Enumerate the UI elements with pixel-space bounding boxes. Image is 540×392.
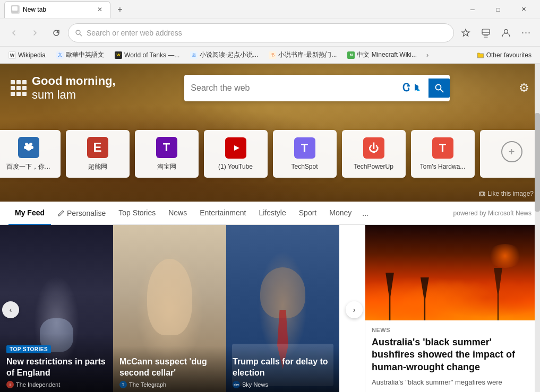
tab-entertainment[interactable]: Entertainment bbox=[193, 202, 252, 225]
forward-button[interactable] bbox=[25, 23, 45, 42]
bookmarks-bar: W Wikipedia 文 歐華中英語文 W World of Tanks —.… bbox=[0, 47, 540, 64]
personalise-tab[interactable]: Personalise bbox=[51, 202, 112, 225]
collections-button[interactable] bbox=[476, 23, 495, 42]
active-tab[interactable]: New tab ✕ bbox=[4, 1, 110, 18]
bookmark-qidian[interactable]: 起 小说阅读-起点小说... bbox=[186, 49, 262, 60]
bing-logo: Ꮳ bbox=[402, 82, 425, 94]
svg-point-16 bbox=[481, 192, 484, 195]
nav-icons: ··· bbox=[456, 23, 536, 42]
bookmark-ouhua[interactable]: 文 歐華中英語文 bbox=[52, 49, 108, 60]
settings-button[interactable]: ⚙ bbox=[519, 81, 529, 95]
news-grid: ‹ TOP STORIES New restrictions in p bbox=[0, 225, 540, 392]
more-button[interactable]: ··· bbox=[517, 23, 536, 42]
svg-point-11 bbox=[29, 143, 32, 146]
account-button[interactable] bbox=[496, 23, 516, 42]
svg-point-10 bbox=[25, 143, 28, 146]
svg-rect-6 bbox=[477, 54, 484, 58]
news-overlay-3: Trump calls for delay to election sky Sk… bbox=[226, 346, 339, 392]
scrollbar[interactable] bbox=[535, 64, 540, 392]
tab-label: New tab bbox=[23, 6, 93, 13]
nav-bar: Search or enter web address ··· bbox=[0, 19, 540, 47]
svg-point-12 bbox=[24, 146, 27, 149]
address-text: Search or enter web address bbox=[87, 29, 447, 37]
page-content: Good morning, sum lam Ꮳ bbox=[0, 64, 540, 392]
svg-rect-4 bbox=[482, 29, 490, 34]
source-icon-1: I bbox=[6, 381, 14, 388]
quick-link-chaoneng[interactable]: E 超能网 bbox=[66, 130, 130, 178]
tab-lifestyle[interactable]: Lifestyle bbox=[252, 202, 292, 225]
carousel-next-button[interactable]: › bbox=[346, 301, 363, 318]
bookmark-label: World of Tanks —... bbox=[124, 51, 179, 59]
side-news-title: Australia's 'black summer' bushfires sho… bbox=[372, 336, 534, 373]
hero-top-area: Good morning, sum lam Ꮳ bbox=[0, 74, 540, 102]
greeting-container: Good morning, sum lam bbox=[11, 74, 116, 102]
quick-link-add[interactable]: + bbox=[480, 130, 541, 178]
hero-search-box[interactable]: Ꮳ bbox=[184, 75, 450, 101]
bookmark-minecraft[interactable]: M 中文 Minecraft Wiki... bbox=[343, 49, 421, 60]
new-tab-button[interactable]: + bbox=[113, 2, 127, 17]
quick-link-label-techspot: TechSpot bbox=[291, 163, 318, 170]
bookmarks-more-button[interactable]: › bbox=[424, 50, 431, 60]
folder-icon bbox=[477, 51, 484, 59]
feed-section: My Feed Personalise Top Stories News Ent… bbox=[0, 202, 540, 392]
source-icon-2: T bbox=[119, 381, 127, 388]
other-favourites[interactable]: Other favourites bbox=[473, 50, 536, 60]
quick-link-techspot[interactable]: T TechSpot bbox=[273, 130, 337, 178]
svg-line-8 bbox=[440, 89, 443, 92]
tab-my-feed[interactable]: My Feed bbox=[8, 202, 51, 225]
greeting-name: sum lam bbox=[32, 88, 116, 102]
tab-close-button[interactable]: ✕ bbox=[96, 5, 104, 14]
news-item-2[interactable]: McCann suspect 'dug second cellar' T The… bbox=[113, 225, 226, 392]
tomshardware-icon: T bbox=[432, 137, 453, 159]
xiaoshuo-icon: 书 bbox=[269, 51, 276, 59]
tab-sport[interactable]: Sport bbox=[293, 202, 323, 225]
minimize-button[interactable]: ─ bbox=[460, 1, 485, 18]
tab-favicon bbox=[11, 5, 20, 14]
maximize-button[interactable]: □ bbox=[486, 1, 510, 18]
baidu-icon bbox=[18, 137, 39, 158]
back-button[interactable] bbox=[4, 23, 23, 42]
bookmark-xiaoshuo[interactable]: 书 小说书库-最新热门... bbox=[264, 49, 341, 60]
address-bar[interactable]: Search or enter web address bbox=[68, 23, 454, 42]
news-badge-1: TOP STORIES bbox=[6, 345, 51, 353]
tab-top-stories[interactable]: Top Stories bbox=[112, 202, 162, 225]
minecraft-icon: M bbox=[347, 51, 355, 59]
news-source-3: sky Sky News bbox=[233, 381, 333, 388]
close-button[interactable]: ✕ bbox=[511, 1, 536, 18]
window-controls: ─ □ ✕ bbox=[460, 1, 536, 18]
apps-icon[interactable] bbox=[11, 80, 27, 96]
bookmark-wikipedia[interactable]: W Wikipedia bbox=[4, 50, 50, 60]
hero-search-button[interactable] bbox=[428, 79, 450, 98]
pencil-icon bbox=[57, 210, 65, 217]
carousel-prev-button[interactable]: ‹ bbox=[2, 301, 19, 318]
scrollbar-thumb[interactable] bbox=[535, 113, 540, 212]
news-source-2: T The Telegraph bbox=[119, 381, 220, 388]
bookmark-label: 小说阅读-起点小说... bbox=[200, 50, 258, 59]
refresh-button[interactable] bbox=[47, 23, 66, 42]
quick-link-taobao[interactable]: T 淘宝网 bbox=[135, 130, 199, 178]
ouhua-icon: 文 bbox=[56, 51, 64, 59]
quick-link-label-youtube: (1) YouTube bbox=[218, 163, 253, 170]
bookmark-worldoftanks[interactable]: W World of Tanks —... bbox=[110, 50, 184, 60]
side-news-image bbox=[365, 225, 540, 320]
feed-tabs-more[interactable]: ... bbox=[358, 202, 373, 225]
news-title-2: McCann suspect 'dug second cellar' bbox=[119, 356, 220, 379]
worldoftanks-icon: W bbox=[115, 51, 122, 59]
quick-link-tomshardware[interactable]: T Tom's Hardwa... bbox=[411, 130, 475, 178]
like-image-button[interactable]: Like this image? bbox=[479, 190, 534, 197]
quick-link-youtube[interactable]: (1) YouTube bbox=[204, 130, 268, 178]
youtube-icon bbox=[225, 137, 246, 159]
tab-money[interactable]: Money bbox=[323, 202, 358, 225]
side-news-content: NEWS Australia's 'black summer' bushfire… bbox=[365, 320, 540, 392]
news-item-3[interactable]: Trump calls for delay to election sky Sk… bbox=[226, 225, 339, 392]
side-news[interactable]: NEWS Australia's 'black summer' bushfire… bbox=[365, 225, 540, 392]
add-icon: + bbox=[501, 141, 522, 162]
quick-link-baidu[interactable]: 百度一下，你... bbox=[0, 130, 61, 178]
news-overlay-1: TOP STORIES New restrictions in parts of… bbox=[0, 333, 113, 392]
greeting-text: Good morning, sum lam bbox=[32, 74, 116, 102]
favorite-button[interactable] bbox=[456, 23, 475, 42]
quick-link-techpowerup[interactable]: ⏻ TechPowerUp bbox=[342, 130, 406, 178]
svg-point-18 bbox=[483, 193, 484, 194]
hero-search-input[interactable] bbox=[191, 83, 398, 93]
tab-news[interactable]: News bbox=[162, 202, 193, 225]
